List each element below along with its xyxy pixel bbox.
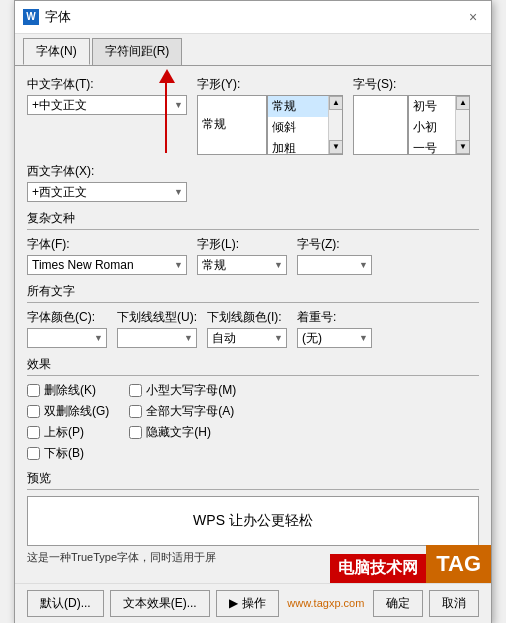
superscript-item[interactable]: 上标(P) (27, 424, 109, 441)
dialog-title: 字体 (45, 8, 71, 26)
all-caps-item[interactable]: 全部大写字母(A) (129, 403, 236, 420)
xingzhuang-scroll-down[interactable]: ▼ (329, 140, 343, 154)
strikethrough-checkbox[interactable] (27, 384, 40, 397)
fz-xingzhuang-select[interactable]: 常规 (197, 255, 287, 275)
zihao-scrollbar: ▲ ▼ (455, 96, 469, 154)
tab-font[interactable]: 字体(N) (23, 38, 90, 65)
left-buttons: 默认(D)... 文本效果(E)... ▶ 操作 (27, 590, 279, 617)
hidden-item[interactable]: 隐藏文字(H) (129, 424, 236, 441)
fz-zihao-group: 字号(Z): ▼ (297, 236, 372, 275)
app-icon: W (23, 9, 39, 25)
zihao-input[interactable] (353, 95, 408, 155)
underline-color-label: 下划线颜色(I): (207, 309, 287, 326)
fz-font-label: 字体(F): (27, 236, 187, 253)
fz-zihao-wrapper: ▼ (297, 255, 372, 275)
double-strikethrough-item[interactable]: 双删除线(G) (27, 403, 109, 420)
subscript-label: 下标(B) (44, 445, 84, 462)
fz-font-group: 字体(F): Times New Roman ▼ (27, 236, 187, 275)
underline-style-wrapper: ▼ (117, 328, 197, 348)
ok-button[interactable]: 确定 (373, 590, 423, 617)
xingzhuang-item-bold[interactable]: 加粗 (268, 138, 330, 155)
dialog-content: 中文字体(T): +中文正文 ▼ 字形(Y): 常规 倾斜 (15, 65, 491, 583)
hidden-label: 隐藏文字(H) (146, 424, 211, 441)
fuzastr-section: 复杂文种 字体(F): Times New Roman ▼ 字形(L): (27, 210, 479, 275)
underline-style-group: 下划线线型(U): ▼ (117, 309, 197, 348)
xingzhuang-label: 字形(Y): (197, 76, 343, 93)
underline-style-select[interactable] (117, 328, 197, 348)
zihao-item-1[interactable]: 初号 (409, 96, 457, 117)
western-font-select[interactable]: +西文正文 (27, 182, 187, 202)
effects-title: 效果 (27, 356, 479, 376)
underline-color-group: 下划线颜色(I): 自动 ▼ (207, 309, 287, 348)
hidden-checkbox[interactable] (129, 426, 142, 439)
xingzhuang-item-regular[interactable]: 常规 (268, 96, 330, 117)
strikethrough-item[interactable]: 删除线(K) (27, 382, 109, 399)
operate-button[interactable]: ▶ 操作 (216, 590, 279, 617)
title-bar: W 字体 × (15, 1, 491, 34)
all-caps-checkbox[interactable] (129, 405, 142, 418)
effects-row: 删除线(K) 双删除线(G) 上标(P) 下标(B) (27, 382, 479, 462)
strikethrough-label: 删除线(K) (44, 382, 96, 399)
watermark-tag-text: TAG (426, 545, 491, 583)
chinese-font-group: 中文字体(T): +中文正文 ▼ (27, 76, 187, 115)
double-strikethrough-checkbox[interactable] (27, 405, 40, 418)
small-caps-item[interactable]: 小型大写字母(M) (129, 382, 236, 399)
subscript-checkbox[interactable] (27, 447, 40, 460)
subscript-item[interactable]: 下标(B) (27, 445, 109, 462)
xingzhuang-input[interactable] (197, 95, 267, 155)
fz-font-select[interactable]: Times New Roman (27, 255, 187, 275)
url-text: www.tagxp.com (287, 597, 364, 609)
small-caps-checkbox[interactable] (129, 384, 142, 397)
xingzhuang-scroll-up[interactable]: ▲ (329, 96, 343, 110)
xingzhuang-group: 字形(Y): 常规 倾斜 加粗 ▲ ▼ (197, 76, 343, 155)
close-button[interactable]: × (463, 7, 483, 27)
superscript-checkbox[interactable] (27, 426, 40, 439)
zihao-listbox: 初号 小初 一号 ▲ ▼ (408, 95, 470, 155)
zhongzhong-wrapper: (无) ▼ (297, 328, 372, 348)
tab-spacing[interactable]: 字符间距(R) (92, 38, 183, 65)
chinese-font-select[interactable]: +中文正文 (27, 95, 187, 115)
operate-label: 操作 (242, 595, 266, 612)
row-western-font: 西文字体(X): +西文正文 ▼ (27, 163, 479, 202)
zihao-item-3[interactable]: 一号 (409, 138, 457, 155)
operate-icon: ▶ (229, 596, 238, 610)
url-area: www.tagxp.com (279, 597, 373, 609)
zhongzhong-group: 着重号: (无) ▼ (297, 309, 372, 348)
fuzastr-row: 字体(F): Times New Roman ▼ 字形(L): 常规 (27, 236, 479, 275)
preview-box: WPS 让办公更轻松 (27, 496, 479, 546)
watermark-red-text: 电脑技术网 (330, 554, 426, 583)
zihao-item-2[interactable]: 小初 (409, 117, 457, 138)
suoyouzi-title: 所有文字 (27, 283, 479, 303)
zhongzhong-select[interactable]: (无) (297, 328, 372, 348)
zihao-scroll-down[interactable]: ▼ (456, 140, 470, 154)
fz-zihao-label: 字号(Z): (297, 236, 372, 253)
color-label: 字体颜色(C): (27, 309, 107, 326)
cancel-button[interactable]: 取消 (429, 590, 479, 617)
fz-xingzhuang-label: 字形(L): (197, 236, 287, 253)
effects-right-col: 小型大写字母(M) 全部大写字母(A) 隐藏文字(H) (129, 382, 236, 462)
western-font-wrapper: +西文正文 ▼ (27, 182, 187, 202)
superscript-label: 上标(P) (44, 424, 84, 441)
effects-section: 效果 删除线(K) 双删除线(G) 上标(P) (27, 356, 479, 462)
color-select[interactable] (27, 328, 107, 348)
western-font-label: 西文字体(X): (27, 163, 187, 180)
default-button[interactable]: 默认(D)... (27, 590, 104, 617)
fz-font-wrapper: Times New Roman ▼ (27, 255, 187, 275)
right-buttons: 确定 取消 (373, 590, 479, 617)
zihao-group: 字号(S): 初号 小初 一号 ▲ ▼ (353, 76, 470, 155)
text-effect-button[interactable]: 文本效果(E)... (110, 590, 210, 617)
color-group: 字体颜色(C): ▼ (27, 309, 107, 348)
chinese-font-label: 中文字体(T): (27, 76, 187, 93)
zihao-scroll-up[interactable]: ▲ (456, 96, 470, 110)
fz-zihao-select[interactable] (297, 255, 372, 275)
underline-style-label: 下划线线型(U): (117, 309, 197, 326)
watermark: 电脑技术网 TAG (330, 545, 491, 583)
color-wrapper: ▼ (27, 328, 107, 348)
preview-text: WPS 让办公更轻松 (193, 512, 313, 530)
tab-bar: 字体(N) 字符间距(R) (15, 34, 491, 65)
xingzhuang-item-italic[interactable]: 倾斜 (268, 117, 330, 138)
small-caps-label: 小型大写字母(M) (146, 382, 236, 399)
suoyouzi-section: 所有文字 字体颜色(C): ▼ 下划线线型(U): (27, 283, 479, 348)
xingzhuang-scrollbar: ▲ ▼ (328, 96, 342, 154)
underline-color-select[interactable]: 自动 (207, 328, 287, 348)
